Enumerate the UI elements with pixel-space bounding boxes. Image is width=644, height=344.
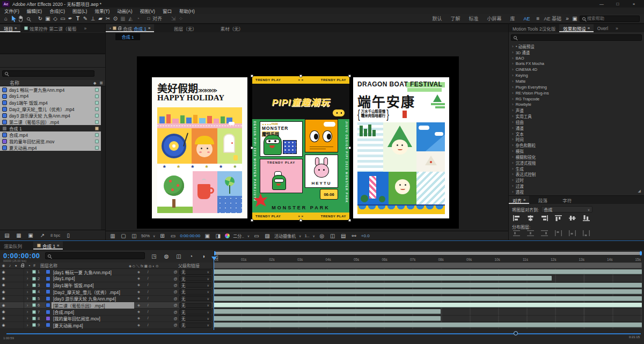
project-item-name[interactable]: 我的童年回忆阅览.mov <box>9 138 93 144</box>
layer-duration-bar[interactable] <box>214 303 642 308</box>
puppet-pin-tool-icon[interactable]: ⊙ <box>112 15 119 23</box>
effect-category-row[interactable]: › 过时 <box>509 177 644 183</box>
show-snapshot-icon[interactable]: ◨ <box>214 232 222 239</box>
panel-resize-grip-icon[interactable]: ◢ <box>638 189 641 193</box>
eye-icon[interactable]: ◉ <box>0 270 7 274</box>
disclosure-icon[interactable]: › <box>512 56 514 61</box>
selection-handle[interactable] <box>348 75 351 77</box>
layer-duration-bar[interactable] <box>214 269 642 274</box>
tab-motion-tools[interactable]: Motion Tools 2汉化版 <box>509 24 559 32</box>
layer-switches[interactable]: ◈ / <box>134 290 172 294</box>
project-item-row[interactable]: 夏天动画.mp4 <box>0 144 101 151</box>
twirl-icon[interactable]: › <box>24 323 31 328</box>
layer-name-column-header[interactable]: 图层名称 <box>40 262 129 268</box>
selection-handle[interactable] <box>251 219 253 222</box>
label-chip-cell[interactable] <box>31 297 38 301</box>
label-chip-cell[interactable] <box>31 283 38 287</box>
zoom-tool-icon[interactable] <box>25 15 32 23</box>
parent-dropdown[interactable]: 无∨ <box>179 276 214 281</box>
mask-tool-icon[interactable]: ▭ <box>59 15 67 23</box>
timeline-layer-row[interactable]: ◉ › 8 [我的童年回忆阅览.mov] ◈ / @ 无∨ <box>0 316 214 322</box>
project-item-row[interactable]: 合成.mp4 <box>0 131 101 138</box>
effect-category-name[interactable]: 生成 <box>516 166 524 172</box>
effect-category-row[interactable]: › 通道 <box>509 125 644 131</box>
menu-item[interactable]: 文件(F) <box>4 8 19 14</box>
eraser-tool-icon[interactable]: ▰ <box>97 15 104 23</box>
effect-category-name[interactable]: 模拟 <box>516 148 524 154</box>
disclosure-icon[interactable]: › <box>512 108 514 113</box>
disclosure-icon[interactable]: › <box>512 73 514 78</box>
resolution-value[interactable]: 二分.. <box>233 233 244 239</box>
parent-pickwhip-icon[interactable]: @ <box>172 323 179 327</box>
effect-category-name[interactable]: 过时 <box>516 177 524 183</box>
disclosure-icon[interactable]: › <box>512 91 514 96</box>
project-item-name[interactable]: 夏天动画.mp4 <box>9 144 93 151</box>
label-color-chip[interactable] <box>95 114 99 118</box>
layer-duration-bar[interactable] <box>214 323 642 327</box>
disclosure-icon[interactable]: › <box>512 172 514 177</box>
parent-dropdown[interactable]: 无∨ <box>179 316 214 321</box>
roto-brush-tool-icon[interactable]: ✂ <box>104 15 112 23</box>
twirl-icon[interactable]: › <box>24 276 31 281</box>
parent-pickwhip-icon[interactable]: @ <box>172 290 179 294</box>
tab-character[interactable]: 字符 <box>559 196 575 204</box>
project-item-row[interactable]: day1 畅玩一夏九鱼Ann.mp4 <box>0 86 101 93</box>
timeline-search-input[interactable] <box>53 253 142 258</box>
timeline-layer-row[interactable]: ◉ › 6 [第二课（葡萄乐园）.mp4] ◈ / @ 无∨ <box>0 302 214 309</box>
exposure-value[interactable]: +0.0 <box>361 233 370 238</box>
align-right-icon[interactable] <box>541 215 548 221</box>
comp-breadcrumb-tab[interactable]: 合成 1 <box>115 33 140 40</box>
selection-handle[interactable] <box>299 75 302 77</box>
disclosure-icon[interactable]: › <box>512 120 514 125</box>
layer-switches[interactable]: ◈ / <box>134 296 172 301</box>
tab-composition[interactable]: • 合成 合成 1 ≡ <box>106 24 154 32</box>
expand-icon[interactable]: ⇲ <box>170 15 177 23</box>
disclosure-icon[interactable]: › <box>512 131 514 136</box>
layer-duration-bar[interactable] <box>214 283 642 288</box>
parent-pickwhip-icon[interactable]: @ <box>172 310 179 314</box>
effect-category-name[interactable]: 杂色和颗粒 <box>516 142 536 148</box>
selection-handle[interactable] <box>299 219 302 222</box>
menu-item[interactable]: 合成(C) <box>49 8 65 14</box>
layer-name[interactable]: [第二课（葡萄乐园）.mp4] <box>52 302 134 309</box>
disclosure-icon[interactable]: › <box>512 184 514 188</box>
tab-project[interactable]: 项目≡ <box>0 24 20 32</box>
parent-pickwhip-icon[interactable]: @ <box>172 283 179 287</box>
project-item-name[interactable]: day1端午 饭饭.mp4 <box>9 99 93 106</box>
rotate-tool-icon[interactable]: ↻ <box>36 15 44 23</box>
tab-effects-presets[interactable]: 效果和预设≡ <box>559 24 594 32</box>
label-chip-cell[interactable] <box>31 270 38 274</box>
views-chevron-icon[interactable]: ∨ <box>312 234 314 238</box>
delete-icon[interactable]: ▯ <box>64 231 72 239</box>
selection-tool-icon[interactable] <box>10 15 17 23</box>
home-icon[interactable]: ⌂ <box>2 15 10 23</box>
parent-dropdown[interactable]: 无∨ <box>179 323 214 328</box>
av-switch-cells[interactable] <box>7 309 24 314</box>
timeline-layer-row[interactable]: ◉ › 3 [day1端午 饭饭.mp4] ◈ / @ 无∨ <box>0 282 214 289</box>
effects-search-box[interactable] <box>511 34 642 41</box>
twirl-icon[interactable]: › <box>24 309 31 314</box>
menu-item[interactable]: 效果(T) <box>94 8 109 14</box>
disclosure-icon[interactable]: › <box>512 166 514 171</box>
effect-category-name[interactable]: BAO <box>516 56 524 61</box>
label-chip-cell[interactable] <box>31 303 38 307</box>
twirl-icon[interactable]: › <box>24 303 31 308</box>
grid-options-icon[interactable]: ⁘ <box>177 15 185 23</box>
camera-tool-icon[interactable]: ▣ <box>44 15 52 23</box>
av-switch-cells[interactable] <box>7 275 24 281</box>
minimize-button[interactable]: — <box>594 2 610 6</box>
eye-icon[interactable]: ◉ <box>0 316 7 320</box>
viewer-timecode[interactable]: 0:00:00:00 <box>180 233 200 238</box>
layer-name[interactable]: [day1端午 饭饭.mp4] <box>52 282 134 288</box>
workspace-overflow-icon[interactable]: » <box>564 15 571 23</box>
project-search-input[interactable] <box>10 71 92 76</box>
selection-handle[interactable] <box>251 147 253 149</box>
layer-name[interactable]: [Day2_摩天轮_雪儿（优秀）.mp4] <box>52 289 134 295</box>
layer-switches[interactable]: ◈ / <box>134 270 172 274</box>
disclosure-icon[interactable]: › <box>512 189 514 194</box>
disclosure-icon[interactable]: › <box>512 137 514 142</box>
project-item-row[interactable]: 合成 1 <box>0 125 101 131</box>
disclosure-icon[interactable]: › <box>512 61 514 66</box>
effect-category-row[interactable]: › 杂色和颗粒 <box>509 142 644 148</box>
tab-footage[interactable]: 素材（无） <box>217 24 247 32</box>
